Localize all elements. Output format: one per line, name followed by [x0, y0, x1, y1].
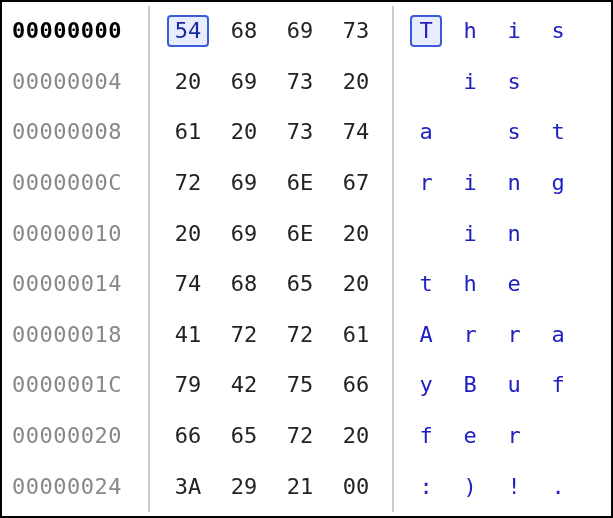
ascii-char[interactable]: n [492, 218, 536, 250]
offset-value[interactable]: 00000020 [12, 425, 122, 447]
ascii-char[interactable]: ) [448, 471, 492, 503]
hex-byte[interactable]: 42 [216, 369, 272, 401]
offset-column: 00000004 [2, 57, 150, 108]
hex-column: 74686520 [150, 259, 394, 310]
hex-byte[interactable]: 20 [328, 268, 384, 300]
hex-byte[interactable]: 67 [328, 167, 384, 199]
ascii-column: Arra [394, 310, 580, 361]
hex-byte[interactable]: 69 [216, 218, 272, 250]
ascii-char[interactable]: t [536, 116, 580, 148]
ascii-char[interactable]: B [448, 369, 492, 401]
hex-byte[interactable]: 69 [272, 15, 328, 47]
ascii-char[interactable]: f [536, 369, 580, 401]
hex-column: 54686973 [150, 6, 394, 57]
hex-byte[interactable]: 20 [328, 66, 384, 98]
hex-byte[interactable]: 20 [328, 218, 384, 250]
ascii-char[interactable]: g [536, 167, 580, 199]
ascii-char[interactable]: : [404, 471, 448, 503]
hex-byte[interactable]: 54 [160, 15, 216, 47]
hex-byte[interactable]: 73 [272, 66, 328, 98]
hex-byte[interactable]: 21 [272, 471, 328, 503]
hex-byte[interactable]: 20 [160, 66, 216, 98]
ascii-char[interactable]: . [404, 218, 448, 250]
hex-byte[interactable]: 68 [216, 15, 272, 47]
ascii-char[interactable]: u [492, 369, 536, 401]
ascii-char[interactable]: r [448, 319, 492, 351]
ascii-char[interactable]: h [448, 15, 492, 47]
ascii-char[interactable]: f [404, 420, 448, 452]
hex-byte[interactable]: 20 [328, 420, 384, 452]
hex-byte[interactable]: 75 [272, 369, 328, 401]
hex-byte[interactable]: 79 [160, 369, 216, 401]
offset-value[interactable]: 0000001C [12, 374, 122, 396]
offset-value[interactable]: 00000004 [12, 71, 122, 93]
hex-byte[interactable]: 20 [160, 218, 216, 250]
hex-byte[interactable]: 74 [328, 116, 384, 148]
hex-column: 79427566 [150, 360, 394, 411]
ascii-char[interactable]: a [404, 116, 448, 148]
ascii-char[interactable]: e [448, 420, 492, 452]
ascii-char[interactable]: h [448, 268, 492, 300]
ascii-char[interactable]: . [536, 420, 580, 452]
ascii-char[interactable]: e [492, 268, 536, 300]
ascii-char[interactable]: i [492, 15, 536, 47]
ascii-char[interactable]: . [536, 218, 580, 250]
hex-column: 41727261 [150, 310, 394, 361]
ascii-char[interactable]: . [448, 116, 492, 148]
hex-byte[interactable]: 72 [272, 420, 328, 452]
ascii-char[interactable]: T [404, 15, 448, 47]
hex-byte[interactable]: 72 [160, 167, 216, 199]
ascii-char[interactable]: a [536, 319, 580, 351]
hex-byte[interactable]: 69 [216, 167, 272, 199]
ascii-char[interactable]: . [404, 66, 448, 98]
hex-byte[interactable]: 65 [272, 268, 328, 300]
hex-byte[interactable]: 29 [216, 471, 272, 503]
hex-byte[interactable]: 6E [272, 218, 328, 250]
ascii-char[interactable]: t [404, 268, 448, 300]
ascii-char[interactable]: r [404, 167, 448, 199]
offset-column: 00000024 [2, 461, 150, 512]
hex-byte[interactable]: 65 [216, 420, 272, 452]
hex-byte[interactable]: 73 [328, 15, 384, 47]
offset-value[interactable]: 0000000C [12, 172, 122, 194]
hex-byte[interactable]: 61 [328, 319, 384, 351]
ascii-char[interactable]: n [492, 167, 536, 199]
offset-value[interactable]: 00000018 [12, 324, 122, 346]
offset-value[interactable]: 00000010 [12, 223, 122, 245]
hex-row: 0000001474686520the. [2, 259, 611, 310]
hex-byte[interactable]: 66 [328, 369, 384, 401]
ascii-char[interactable]: . [536, 471, 580, 503]
hex-byte[interactable]: 3A [160, 471, 216, 503]
hex-byte[interactable]: 73 [272, 116, 328, 148]
ascii-char[interactable]: s [492, 116, 536, 148]
ascii-char[interactable]: r [492, 420, 536, 452]
ascii-char[interactable]: s [536, 15, 580, 47]
ascii-char[interactable]: A [404, 319, 448, 351]
hex-byte[interactable]: 00 [328, 471, 384, 503]
hex-byte[interactable]: 72 [216, 319, 272, 351]
hex-byte[interactable]: 74 [160, 268, 216, 300]
ascii-char[interactable]: i [448, 218, 492, 250]
ascii-char[interactable]: . [536, 66, 580, 98]
offset-value[interactable]: 00000024 [12, 476, 122, 498]
ascii-char[interactable]: . [536, 268, 580, 300]
offset-value[interactable]: 00000014 [12, 273, 122, 295]
hex-byte[interactable]: 66 [160, 420, 216, 452]
hex-byte[interactable]: 41 [160, 319, 216, 351]
offset-value[interactable]: 00000000 [12, 20, 122, 42]
ascii-char[interactable]: i [448, 66, 492, 98]
ascii-column: .is. [394, 57, 580, 108]
hex-row: 0000001841727261Arra [2, 310, 611, 361]
hex-byte[interactable]: 72 [272, 319, 328, 351]
hex-byte[interactable]: 61 [160, 116, 216, 148]
ascii-char[interactable]: y [404, 369, 448, 401]
hex-byte[interactable]: 20 [216, 116, 272, 148]
ascii-char[interactable]: r [492, 319, 536, 351]
ascii-char[interactable]: i [448, 167, 492, 199]
hex-byte[interactable]: 68 [216, 268, 272, 300]
hex-byte[interactable]: 69 [216, 66, 272, 98]
hex-byte[interactable]: 6E [272, 167, 328, 199]
ascii-char[interactable]: ! [492, 471, 536, 503]
offset-value[interactable]: 00000008 [12, 121, 122, 143]
ascii-char[interactable]: s [492, 66, 536, 98]
